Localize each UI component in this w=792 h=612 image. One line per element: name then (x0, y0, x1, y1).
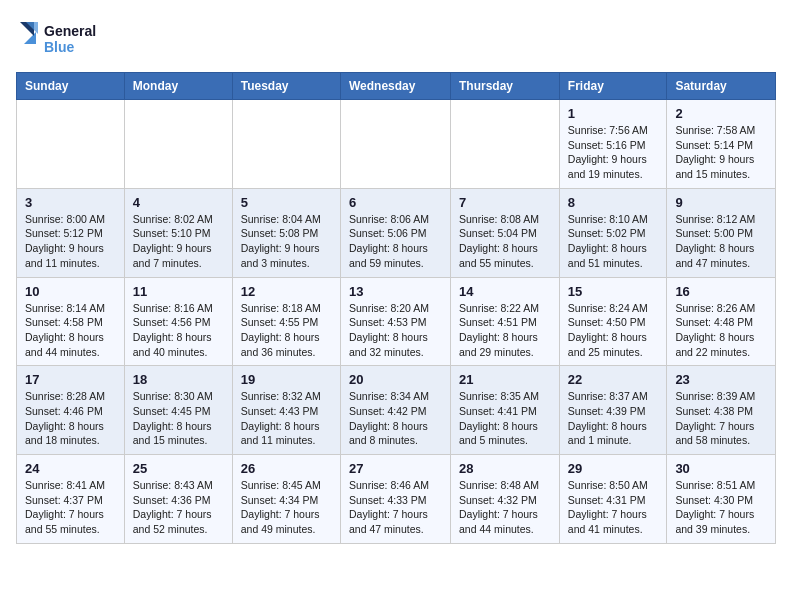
day-info: Sunrise: 8:32 AM Sunset: 4:43 PM Dayligh… (241, 389, 332, 448)
calendar-cell: 17Sunrise: 8:28 AM Sunset: 4:46 PM Dayli… (17, 366, 125, 455)
svg-text:General: General (44, 23, 96, 39)
day-info: Sunrise: 8:04 AM Sunset: 5:08 PM Dayligh… (241, 212, 332, 271)
day-info: Sunrise: 8:35 AM Sunset: 4:41 PM Dayligh… (459, 389, 551, 448)
day-number: 11 (133, 284, 224, 299)
calendar-cell: 28Sunrise: 8:48 AM Sunset: 4:32 PM Dayli… (451, 455, 560, 544)
day-number: 20 (349, 372, 442, 387)
day-number: 19 (241, 372, 332, 387)
day-number: 18 (133, 372, 224, 387)
calendar-cell: 15Sunrise: 8:24 AM Sunset: 4:50 PM Dayli… (559, 277, 667, 366)
day-number: 24 (25, 461, 116, 476)
day-info: Sunrise: 8:18 AM Sunset: 4:55 PM Dayligh… (241, 301, 332, 360)
day-number: 1 (568, 106, 659, 121)
day-number: 8 (568, 195, 659, 210)
day-number: 16 (675, 284, 767, 299)
day-info: Sunrise: 8:26 AM Sunset: 4:48 PM Dayligh… (675, 301, 767, 360)
weekday-header-row: SundayMondayTuesdayWednesdayThursdayFrid… (17, 73, 776, 100)
weekday-header-monday: Monday (124, 73, 232, 100)
calendar-cell: 18Sunrise: 8:30 AM Sunset: 4:45 PM Dayli… (124, 366, 232, 455)
calendar-cell: 19Sunrise: 8:32 AM Sunset: 4:43 PM Dayli… (232, 366, 340, 455)
calendar-cell: 1Sunrise: 7:56 AM Sunset: 5:16 PM Daylig… (559, 100, 667, 189)
calendar-cell: 29Sunrise: 8:50 AM Sunset: 4:31 PM Dayli… (559, 455, 667, 544)
calendar-cell: 26Sunrise: 8:45 AM Sunset: 4:34 PM Dayli… (232, 455, 340, 544)
day-info: Sunrise: 8:43 AM Sunset: 4:36 PM Dayligh… (133, 478, 224, 537)
logo-svg: General Blue (16, 16, 106, 60)
weekday-header-sunday: Sunday (17, 73, 125, 100)
calendar-cell: 10Sunrise: 8:14 AM Sunset: 4:58 PM Dayli… (17, 277, 125, 366)
calendar-cell: 13Sunrise: 8:20 AM Sunset: 4:53 PM Dayli… (340, 277, 450, 366)
calendar-cell: 30Sunrise: 8:51 AM Sunset: 4:30 PM Dayli… (667, 455, 776, 544)
week-row-4: 17Sunrise: 8:28 AM Sunset: 4:46 PM Dayli… (17, 366, 776, 455)
calendar-cell: 16Sunrise: 8:26 AM Sunset: 4:48 PM Dayli… (667, 277, 776, 366)
calendar-cell: 11Sunrise: 8:16 AM Sunset: 4:56 PM Dayli… (124, 277, 232, 366)
day-info: Sunrise: 8:34 AM Sunset: 4:42 PM Dayligh… (349, 389, 442, 448)
day-info: Sunrise: 8:12 AM Sunset: 5:00 PM Dayligh… (675, 212, 767, 271)
calendar-cell (340, 100, 450, 189)
day-number: 10 (25, 284, 116, 299)
calendar-cell: 27Sunrise: 8:46 AM Sunset: 4:33 PM Dayli… (340, 455, 450, 544)
day-number: 5 (241, 195, 332, 210)
svg-text:Blue: Blue (44, 39, 75, 55)
day-number: 29 (568, 461, 659, 476)
calendar-table: SundayMondayTuesdayWednesdayThursdayFrid… (16, 72, 776, 544)
calendar-cell: 2Sunrise: 7:58 AM Sunset: 5:14 PM Daylig… (667, 100, 776, 189)
weekday-header-thursday: Thursday (451, 73, 560, 100)
weekday-header-friday: Friday (559, 73, 667, 100)
weekday-header-tuesday: Tuesday (232, 73, 340, 100)
day-number: 9 (675, 195, 767, 210)
day-info: Sunrise: 8:46 AM Sunset: 4:33 PM Dayligh… (349, 478, 442, 537)
day-number: 27 (349, 461, 442, 476)
day-number: 21 (459, 372, 551, 387)
day-info: Sunrise: 8:02 AM Sunset: 5:10 PM Dayligh… (133, 212, 224, 271)
calendar-cell: 9Sunrise: 8:12 AM Sunset: 5:00 PM Daylig… (667, 188, 776, 277)
day-info: Sunrise: 8:08 AM Sunset: 5:04 PM Dayligh… (459, 212, 551, 271)
day-number: 30 (675, 461, 767, 476)
day-number: 6 (349, 195, 442, 210)
day-number: 7 (459, 195, 551, 210)
weekday-header-wednesday: Wednesday (340, 73, 450, 100)
day-info: Sunrise: 8:50 AM Sunset: 4:31 PM Dayligh… (568, 478, 659, 537)
header: General Blue (16, 16, 776, 60)
weekday-header-saturday: Saturday (667, 73, 776, 100)
calendar-cell (17, 100, 125, 189)
day-info: Sunrise: 7:58 AM Sunset: 5:14 PM Dayligh… (675, 123, 767, 182)
calendar-cell (451, 100, 560, 189)
day-info: Sunrise: 8:37 AM Sunset: 4:39 PM Dayligh… (568, 389, 659, 448)
calendar-cell: 7Sunrise: 8:08 AM Sunset: 5:04 PM Daylig… (451, 188, 560, 277)
day-info: Sunrise: 8:06 AM Sunset: 5:06 PM Dayligh… (349, 212, 442, 271)
calendar-cell (232, 100, 340, 189)
day-number: 14 (459, 284, 551, 299)
calendar-cell: 12Sunrise: 8:18 AM Sunset: 4:55 PM Dayli… (232, 277, 340, 366)
svg-marker-3 (24, 32, 36, 44)
calendar-cell: 20Sunrise: 8:34 AM Sunset: 4:42 PM Dayli… (340, 366, 450, 455)
week-row-5: 24Sunrise: 8:41 AM Sunset: 4:37 PM Dayli… (17, 455, 776, 544)
day-info: Sunrise: 7:56 AM Sunset: 5:16 PM Dayligh… (568, 123, 659, 182)
day-info: Sunrise: 8:41 AM Sunset: 4:37 PM Dayligh… (25, 478, 116, 537)
day-info: Sunrise: 8:48 AM Sunset: 4:32 PM Dayligh… (459, 478, 551, 537)
calendar-cell: 24Sunrise: 8:41 AM Sunset: 4:37 PM Dayli… (17, 455, 125, 544)
day-number: 17 (25, 372, 116, 387)
day-number: 12 (241, 284, 332, 299)
day-info: Sunrise: 8:51 AM Sunset: 4:30 PM Dayligh… (675, 478, 767, 537)
week-row-3: 10Sunrise: 8:14 AM Sunset: 4:58 PM Dayli… (17, 277, 776, 366)
day-info: Sunrise: 8:30 AM Sunset: 4:45 PM Dayligh… (133, 389, 224, 448)
day-number: 23 (675, 372, 767, 387)
day-info: Sunrise: 8:20 AM Sunset: 4:53 PM Dayligh… (349, 301, 442, 360)
calendar-cell: 4Sunrise: 8:02 AM Sunset: 5:10 PM Daylig… (124, 188, 232, 277)
day-number: 15 (568, 284, 659, 299)
day-number: 4 (133, 195, 224, 210)
day-number: 13 (349, 284, 442, 299)
day-number: 25 (133, 461, 224, 476)
calendar-cell: 5Sunrise: 8:04 AM Sunset: 5:08 PM Daylig… (232, 188, 340, 277)
day-number: 2 (675, 106, 767, 121)
week-row-1: 1Sunrise: 7:56 AM Sunset: 5:16 PM Daylig… (17, 100, 776, 189)
day-number: 3 (25, 195, 116, 210)
day-info: Sunrise: 8:22 AM Sunset: 4:51 PM Dayligh… (459, 301, 551, 360)
day-info: Sunrise: 8:24 AM Sunset: 4:50 PM Dayligh… (568, 301, 659, 360)
day-info: Sunrise: 8:00 AM Sunset: 5:12 PM Dayligh… (25, 212, 116, 271)
calendar-cell: 3Sunrise: 8:00 AM Sunset: 5:12 PM Daylig… (17, 188, 125, 277)
day-info: Sunrise: 8:14 AM Sunset: 4:58 PM Dayligh… (25, 301, 116, 360)
calendar-cell: 8Sunrise: 8:10 AM Sunset: 5:02 PM Daylig… (559, 188, 667, 277)
day-number: 22 (568, 372, 659, 387)
calendar-cell (124, 100, 232, 189)
